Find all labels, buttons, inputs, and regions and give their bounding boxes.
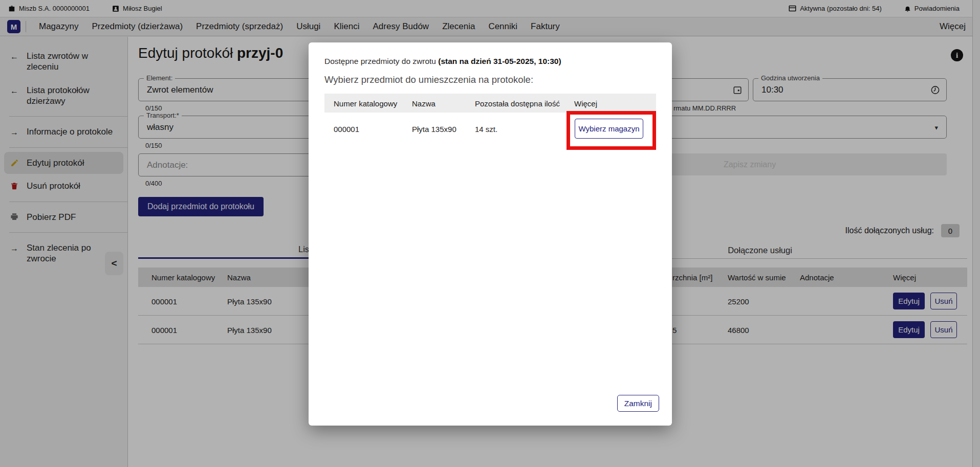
modal-table-header-row: Numer katalogowy Nazwa Pozostała dostępn… xyxy=(324,94,656,113)
choose-warehouse-button[interactable]: Wybierz magazyn xyxy=(575,119,643,139)
available-items-modal: Dostępne przedmioty do zwrotu (stan na d… xyxy=(309,42,672,426)
close-modal-button[interactable]: Zamknij xyxy=(617,395,659,412)
modal-subtitle: Wybierz przedmiot do umieszczenia na pro… xyxy=(324,74,533,85)
modal-title-timestamp: (stan na dzień 31-05-2025, 10:30) xyxy=(438,57,561,65)
col-header-remaining-quantity: Pozostała dostępna ilość xyxy=(475,99,560,107)
col-header-catalog-number: Numer katalogowy xyxy=(334,99,397,107)
col-header-more: Więcej xyxy=(574,99,597,107)
available-items-table: Numer katalogowy Nazwa Pozostała dostępn… xyxy=(324,94,656,145)
modal-title: Dostępne przedmioty do zwrotu (stan na d… xyxy=(324,57,561,66)
choose-warehouse-label: Wybierz magazyn xyxy=(578,124,639,133)
modal-title-text: Dostępne przedmioty do zwrotu xyxy=(324,57,438,65)
cell-name: Płyta 135x90 xyxy=(412,125,456,134)
close-modal-label: Zamknij xyxy=(624,399,652,408)
col-header-name: Nazwa xyxy=(412,99,435,107)
cell-remaining-quantity: 14 szt. xyxy=(475,125,497,134)
modal-table-row: 000001 Płyta 135x90 14 szt. Wybierz maga… xyxy=(324,113,656,145)
cell-catalog-number: 000001 xyxy=(334,125,359,134)
